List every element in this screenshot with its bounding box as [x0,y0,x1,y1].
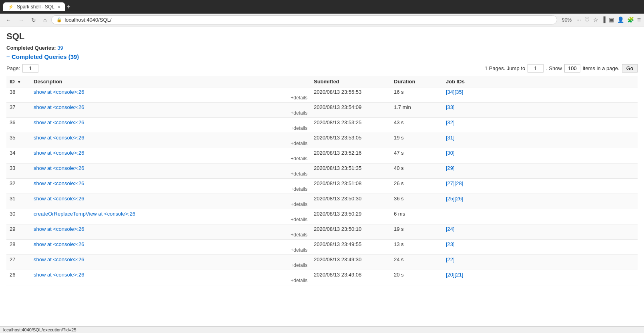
cell-id: 31 [6,194,30,209]
sidebar-icon[interactable]: ▐ [602,16,606,24]
cell-duration: 19 s [391,133,443,148]
job-id-link[interactable]: [24] [446,226,455,232]
sort-arrow-id: ▼ [17,80,21,84]
cell-description: show at <console>:26+details [30,133,311,148]
cell-id: 27 [6,255,30,270]
home-button[interactable]: ⌂ [41,16,49,24]
cell-description: show at <console>:26+details [30,224,311,240]
summary-label: Completed Queries: [6,45,56,51]
job-id-link[interactable]: [30] [446,150,455,156]
job-id-link[interactable]: [29] [446,165,455,171]
job-id-link[interactable]: [20] [446,272,455,278]
cell-jobids: [31] [443,133,638,148]
table-row: 28show at <console>:26+details2020/08/13… [6,240,638,255]
description-link[interactable]: show at <console>:26 [34,150,307,156]
section-title-link[interactable]: Completed Queries (39) [12,53,79,60]
table-header-row: ID ▼ Description Submitted Duration Job … [6,76,638,87]
job-id-link[interactable]: [22] [446,256,455,262]
job-id-link[interactable]: [25] [446,196,455,202]
queries-table: ID ▼ Description Submitted Duration Job … [6,76,638,285]
table-row: 36show at <console>:26+details2020/08/13… [6,118,638,133]
go-button[interactable]: Go [622,64,638,73]
details-toggle[interactable]: +details [34,247,307,253]
cell-id: 30 [6,209,30,224]
description-link[interactable]: show at <console>:26 [34,119,307,125]
details-toggle[interactable]: +details [34,141,307,146]
extensions-icon[interactable]: 🧩 [627,16,634,24]
cell-description: show at <console>:26+details [30,270,311,285]
cell-submitted: 2020/08/13 23:53:25 [311,118,391,133]
bookmark-icon[interactable]: ☆ [593,16,598,24]
job-id-link[interactable]: [31] [446,135,455,141]
jump-to-input[interactable] [528,64,544,73]
col-header-duration: Duration [391,76,443,87]
job-id-link[interactable]: [26] [455,196,463,202]
description-link[interactable]: show at <console>:26 [34,241,307,247]
job-id-link[interactable]: [21] [455,272,463,278]
cell-id: 32 [6,179,30,194]
job-id-link[interactable]: [27] [446,180,455,186]
address-text: localhost:4040/SQL/ [64,17,552,23]
show-input[interactable] [564,64,580,73]
active-tab[interactable]: ⚡ Spark shell - SQL × [3,2,65,11]
hamburger-menu[interactable]: ≡ [637,16,641,24]
page-input[interactable] [22,64,38,73]
page-content: SQL Completed Queries: 39 − Completed Qu… [0,26,644,290]
tab-close-button[interactable]: × [58,4,60,9]
cell-duration: 43 s [391,118,443,133]
new-tab-button[interactable]: + [66,3,70,10]
refresh-button[interactable]: ↻ [29,16,38,24]
description-link[interactable]: show at <console>:26 [34,226,307,232]
details-toggle[interactable]: +details [34,95,307,101]
details-toggle[interactable]: +details [34,262,307,268]
details-toggle[interactable]: +details [34,156,307,161]
details-toggle[interactable]: +details [34,110,307,116]
tab-view-icon[interactable]: ▣ [609,16,614,24]
cell-submitted: 2020/08/13 23:50:29 [311,209,391,224]
details-toggle[interactable]: +details [34,232,307,238]
description-link[interactable]: show at <console>:26 [34,256,307,262]
profile-icon[interactable]: 👤 [617,16,624,24]
pagination-right: 1 Pages. Jump to . Show items in a page.… [485,64,638,73]
details-toggle[interactable]: +details [34,278,307,283]
cell-submitted: 2020/08/13 23:49:30 [311,255,391,270]
job-id-link[interactable]: [23] [446,241,455,247]
section-toggle[interactable]: − [6,53,10,60]
tab-title: Spark shell - SQL [17,4,54,10]
section-header: − Completed Queries (39) [6,53,638,60]
description-link[interactable]: show at <console>:26 [34,165,307,171]
description-link[interactable]: show at <console>:26 [34,89,307,95]
cell-submitted: 2020/08/13 23:50:30 [311,194,391,209]
cell-submitted: 2020/08/13 23:55:53 [311,87,391,103]
job-id-link[interactable]: [33] [446,104,455,110]
details-toggle[interactable]: +details [34,217,307,222]
show-label: . Show [546,65,562,71]
page-title: SQL [6,31,638,42]
cell-duration: 16 s [391,87,443,103]
cell-jobids: [22] [443,255,638,270]
details-toggle[interactable]: +details [34,202,307,207]
job-id-link[interactable]: [32] [446,119,455,125]
description-link[interactable]: show at <console>:26 [34,196,307,202]
job-id-link[interactable]: [28] [455,180,463,186]
details-toggle[interactable]: +details [34,125,307,131]
description-link[interactable]: createOrReplaceTempView at <console>:26 [34,211,307,217]
forward-button[interactable]: → [16,16,26,24]
description-link[interactable]: show at <console>:26 [34,180,307,186]
summary-count-link[interactable]: 39 [57,45,63,51]
description-link[interactable]: show at <console>:26 [34,104,307,110]
description-link[interactable]: show at <console>:26 [34,135,307,141]
address-bar[interactable]: 🔒 localhost:4040/SQL/ [51,15,557,24]
back-button[interactable]: ← [3,16,14,24]
job-id-link[interactable]: [34] [446,89,455,95]
cell-duration: 6 ms [391,209,443,224]
cell-jobids: [33] [443,103,638,118]
job-id-link[interactable]: [35] [455,89,463,95]
details-toggle[interactable]: +details [34,171,307,177]
cell-submitted: 2020/08/13 23:51:08 [311,179,391,194]
description-link[interactable]: show at <console>:26 [34,272,307,278]
cell-id: 33 [6,163,30,179]
cell-submitted: 2020/08/13 23:53:05 [311,133,391,148]
details-toggle[interactable]: +details [34,186,307,192]
more-options-button[interactable]: ··· [576,16,581,24]
